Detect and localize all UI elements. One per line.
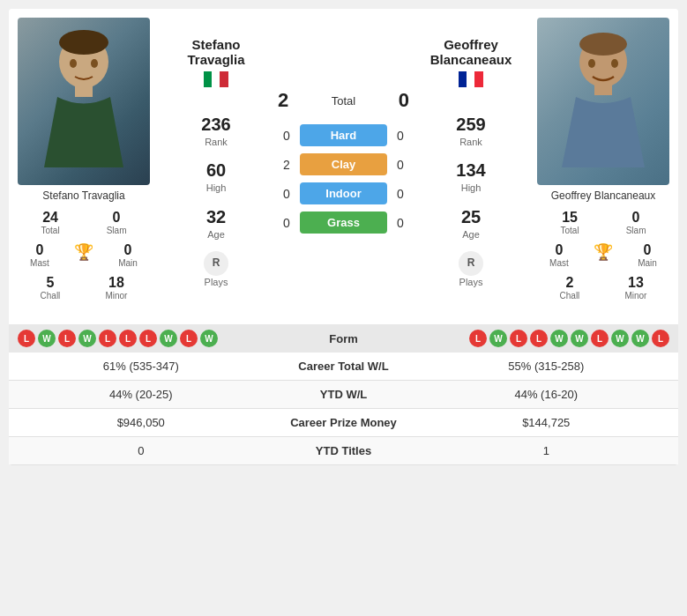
player1-age-value: 32 xyxy=(206,205,226,228)
player1-name-label: Stefano Travaglia xyxy=(38,189,129,202)
player2-plays-value: R xyxy=(459,251,483,276)
player1-rank-block: 236 Rank xyxy=(201,113,230,148)
player2-plays-label: Plays xyxy=(459,276,483,288)
h2h-section: 2 Total 0 0 Hard 0 2 Clay 0 0 Indoor 0 0 xyxy=(273,18,414,308)
player1-rank-value: 236 xyxy=(201,113,230,136)
form-badge-l: L xyxy=(652,330,669,347)
player2-stats-panel: Geoffrey Blancaneaux 259 Rank 134 High 2… xyxy=(414,18,528,308)
grass-badge: Grass xyxy=(300,212,387,234)
ytd-wl-label: YTD W/L xyxy=(265,388,423,401)
clay-score-p1: 2 xyxy=(278,158,295,172)
form-badge-w: W xyxy=(200,330,218,347)
bottom-stats: LWLWLLLWLW Form LWLLWWLWWL 61% (535-347)… xyxy=(9,324,678,465)
player2-chall-label: Chall xyxy=(560,291,580,301)
career-wl-row: 61% (535-347) Career Total W/L 55% (315-… xyxy=(9,353,678,381)
grass-row: 0 Grass 0 xyxy=(278,212,409,234)
player2-main-value: 0 xyxy=(638,242,657,258)
form-badge-l: L xyxy=(58,330,76,347)
player1-mast-value: 0 xyxy=(30,242,49,258)
h2h-score-p2: 0 xyxy=(399,89,409,112)
form-label: Form xyxy=(291,332,397,345)
form-badge-l: L xyxy=(530,330,548,347)
hard-row: 0 Hard 0 xyxy=(278,124,409,146)
prize-p2: $144,725 xyxy=(423,416,670,429)
svg-point-6 xyxy=(579,33,627,56)
player1-high-label: High xyxy=(206,182,227,194)
svg-point-3 xyxy=(70,59,77,68)
ytd-titles-row: 0 YTD Titles 1 xyxy=(9,437,678,465)
prize-label: Career Prize Money xyxy=(265,416,423,429)
form-row: LWLWLLLWLW Form LWLLWWLWWL xyxy=(9,324,678,353)
clay-score-p2: 0 xyxy=(392,158,409,172)
career-wl-p2: 55% (315-258) xyxy=(423,360,670,373)
player2-name-header: Geoffrey Blancaneaux xyxy=(430,33,512,69)
player1-photo xyxy=(18,18,150,185)
form-badge-w: W xyxy=(489,330,507,347)
player2-rank-label: Rank xyxy=(456,136,485,148)
player1-plays-value: R xyxy=(204,251,228,276)
player2-high-value: 134 xyxy=(456,159,485,182)
player2-age-value: 25 xyxy=(461,205,481,228)
player1-form: LWLWLLLWLW xyxy=(18,330,291,347)
player2-chall-value: 2 xyxy=(560,275,580,291)
svg-rect-7 xyxy=(594,83,612,95)
form-badge-l: L xyxy=(99,330,116,347)
player2-mast-value: 0 xyxy=(549,242,569,258)
form-badge-w: W xyxy=(38,330,56,347)
form-badge-l: L xyxy=(139,330,157,347)
prize-p1: $946,050 xyxy=(18,416,265,429)
player1-mast-label: Mast xyxy=(30,258,49,268)
form-badge-w: W xyxy=(160,330,177,347)
svg-point-4 xyxy=(91,59,98,68)
player1-age-label: Age xyxy=(206,228,226,241)
player1-stats-panel: Stefano Travaglia 236 Rank 60 High 32 Ag… xyxy=(159,18,273,308)
player1-photo-section: Stefano Travaglia 24 Total 0 Slam 0 xyxy=(9,18,159,308)
player2-age-label: Age xyxy=(461,228,481,241)
player1-chall-label: Chall xyxy=(41,291,61,301)
hard-score-p2: 0 xyxy=(392,129,409,143)
career-wl-label: Career Total W/L xyxy=(265,360,423,373)
player2-main-label: Main xyxy=(638,258,657,268)
player2-age-block: 25 Age xyxy=(461,205,481,241)
player1-minor-label: Minor xyxy=(105,291,127,301)
player1-slam-value: 0 xyxy=(107,210,127,226)
player2-minor-label: Minor xyxy=(624,291,646,301)
player1-main-value: 0 xyxy=(118,242,138,258)
h2h-score-p1: 2 xyxy=(278,89,288,112)
player1-total-label: Total xyxy=(41,226,60,235)
form-badge-w: W xyxy=(611,330,629,347)
player2-high-label: High xyxy=(456,182,485,194)
player2-photo-section: Geoffrey Blancaneaux 15 Total 0 Slam 0 xyxy=(528,18,678,308)
clay-row: 2 Clay 0 xyxy=(278,153,409,175)
form-badge-l: L xyxy=(18,330,35,347)
player2-trophy-icon: 🏆 xyxy=(594,242,613,262)
form-badge-l: L xyxy=(119,330,137,347)
player1-plays-block: R Plays xyxy=(204,251,228,288)
form-badge-l: L xyxy=(510,330,527,347)
clay-badge: Clay xyxy=(300,153,387,175)
player2-slam-value: 0 xyxy=(626,210,646,226)
form-badge-w: W xyxy=(78,330,96,347)
ytd-titles-label: YTD Titles xyxy=(265,444,423,457)
player1-flag xyxy=(204,71,228,87)
hard-score-p1: 0 xyxy=(278,129,295,143)
ytd-wl-row: 44% (20-25) YTD W/L 44% (16-20) xyxy=(9,381,678,409)
player1-trophy-icon: 🏆 xyxy=(74,242,93,262)
player2-total-label: Total xyxy=(561,226,579,235)
player1-sub-stats: 24 Total 0 Slam 0 Mast 🏆 xyxy=(9,202,159,308)
player2-silhouette xyxy=(537,18,669,185)
player2-flag xyxy=(459,71,483,87)
h2h-total-label: Total xyxy=(332,94,355,108)
indoor-score-p1: 0 xyxy=(278,187,295,201)
form-badge-w: W xyxy=(631,330,649,347)
ytd-wl-p1: 44% (20-25) xyxy=(18,388,265,401)
grass-score-p1: 0 xyxy=(278,216,295,230)
ytd-wl-p2: 44% (16-20) xyxy=(423,388,670,401)
player2-slam-label: Slam xyxy=(626,226,646,235)
indoor-score-p2: 0 xyxy=(392,187,409,201)
player1-plays-label: Plays xyxy=(204,276,228,288)
total-row: 2 Total 0 xyxy=(278,89,409,112)
svg-point-1 xyxy=(59,30,108,55)
player1-rank-label: Rank xyxy=(201,136,230,148)
player1-minor-value: 18 xyxy=(105,275,127,291)
